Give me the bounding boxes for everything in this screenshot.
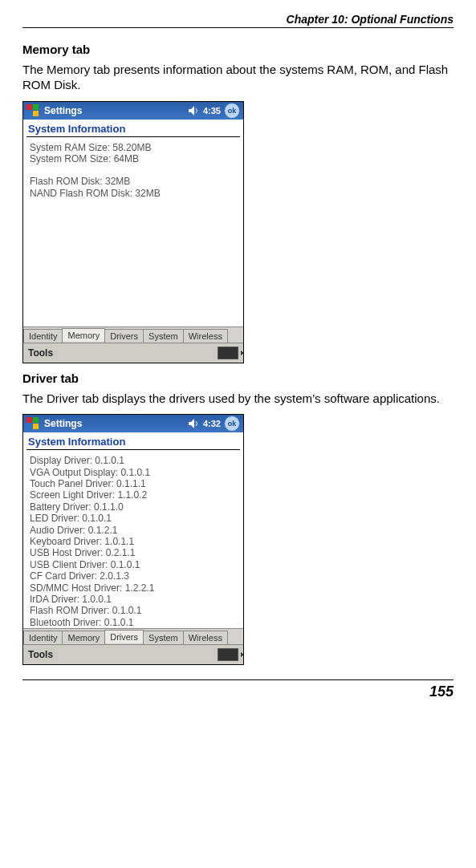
windows-start-icon[interactable] xyxy=(26,104,39,117)
info-row: USB Host Driver: 0.2.1.1 xyxy=(30,547,237,558)
tab-bar: Identity Memory Drivers System Wireless xyxy=(23,628,243,644)
section-desc-driver: The Driver tab displays the drivers used… xyxy=(22,391,454,407)
window-section-header: System Information xyxy=(23,432,243,449)
info-row: Bluetooth Driver: 0.1.0.1 xyxy=(30,617,237,628)
divider xyxy=(26,136,240,137)
ok-button[interactable]: ok xyxy=(224,416,240,432)
info-row: Touch Panel Driver: 0.1.1.1 xyxy=(30,478,237,489)
ok-button[interactable]: ok xyxy=(224,103,240,119)
windows-start-icon[interactable] xyxy=(26,417,39,430)
chapter-header: Chapter 10: Optional Functions xyxy=(22,13,454,28)
svg-rect-3 xyxy=(33,111,39,116)
tab-bar: Identity Memory Drivers System Wireless xyxy=(23,327,243,343)
section-title-memory: Memory tab xyxy=(22,43,454,56)
svg-rect-5 xyxy=(26,417,32,423)
svg-rect-6 xyxy=(33,417,39,423)
tools-menu[interactable]: Tools xyxy=(28,649,53,660)
tab-identity[interactable]: Identity xyxy=(23,329,63,343)
speaker-icon[interactable] xyxy=(189,419,200,428)
tab-memory[interactable]: Memory xyxy=(62,631,105,644)
svg-rect-0 xyxy=(26,104,32,110)
info-row: Flash ROM Disk: 32MB xyxy=(30,176,237,187)
info-row: VGA Output Display: 0.1.0.1 xyxy=(30,467,237,478)
info-row: IrDA Driver: 1.0.0.1 xyxy=(30,594,237,605)
screenshot-driver: Settings 4:32 ok System Information Disp… xyxy=(22,414,244,665)
screenshot-memory: Settings 4:35 ok System Information Syst… xyxy=(22,101,244,363)
info-row: Audio Driver: 0.1.2.1 xyxy=(30,525,237,536)
info-row: System ROM Size: 64MB xyxy=(30,153,237,164)
info-row: Display Driver: 0.1.0.1 xyxy=(30,455,237,466)
titlebar-title: Settings xyxy=(44,418,189,429)
bottom-toolbar: Tools xyxy=(23,343,243,363)
info-row: NAND Flash ROM Disk: 32MB xyxy=(30,188,237,199)
svg-rect-8 xyxy=(33,424,39,429)
keyboard-icon[interactable] xyxy=(218,347,238,359)
tab-drivers[interactable]: Drivers xyxy=(104,329,144,343)
svg-rect-7 xyxy=(26,424,32,429)
clock-text: 4:35 xyxy=(203,106,221,116)
tab-memory[interactable]: Memory xyxy=(62,328,105,342)
svg-rect-1 xyxy=(33,104,39,110)
keyboard-icon[interactable] xyxy=(218,648,238,661)
content-area: Display Driver: 0.1.0.1 VGA Output Displ… xyxy=(23,455,243,628)
info-row: Screen Light Driver: 1.1.0.2 xyxy=(30,489,237,501)
section-title-driver: Driver tab xyxy=(22,371,454,385)
titlebar: Settings 4:35 ok xyxy=(23,102,243,120)
svg-marker-9 xyxy=(189,419,194,428)
tab-identity[interactable]: Identity xyxy=(23,631,63,644)
info-row: Flash ROM Driver: 0.1.0.1 xyxy=(30,605,237,616)
tab-system[interactable]: System xyxy=(143,329,184,343)
info-row: System RAM Size: 58.20MB xyxy=(30,142,237,153)
section-desc-memory: The Memory tab presents information abou… xyxy=(22,63,454,93)
tab-wireless[interactable]: Wireless xyxy=(183,329,228,343)
divider xyxy=(26,449,240,450)
svg-marker-4 xyxy=(189,106,194,116)
content-area: System RAM Size: 58.20MB System ROM Size… xyxy=(23,142,243,327)
titlebar-title: Settings xyxy=(44,105,189,116)
clock-text: 4:32 xyxy=(203,419,221,428)
tab-drivers[interactable]: Drivers xyxy=(104,630,144,643)
window-section-header: System Information xyxy=(23,120,243,136)
tab-wireless[interactable]: Wireless xyxy=(183,631,228,644)
tab-system[interactable]: System xyxy=(143,631,184,644)
page-number: 155 xyxy=(22,679,454,700)
speaker-icon[interactable] xyxy=(189,106,200,116)
info-row: USB Client Driver: 0.1.0.1 xyxy=(30,559,237,570)
svg-rect-2 xyxy=(26,111,32,116)
tools-menu[interactable]: Tools xyxy=(28,347,53,359)
info-row: SD/MMC Host Driver: 1.2.2.1 xyxy=(30,582,237,594)
info-row: Battery Driver: 0.1.1.0 xyxy=(30,501,237,513)
info-row: CF Card Driver: 2.0.1.3 xyxy=(30,570,237,582)
info-row: Keyboard Driver: 1.0.1.1 xyxy=(30,536,237,547)
bottom-toolbar: Tools xyxy=(23,644,243,664)
info-row: LED Driver: 0.1.0.1 xyxy=(30,513,237,524)
titlebar: Settings 4:32 ok xyxy=(23,415,243,432)
